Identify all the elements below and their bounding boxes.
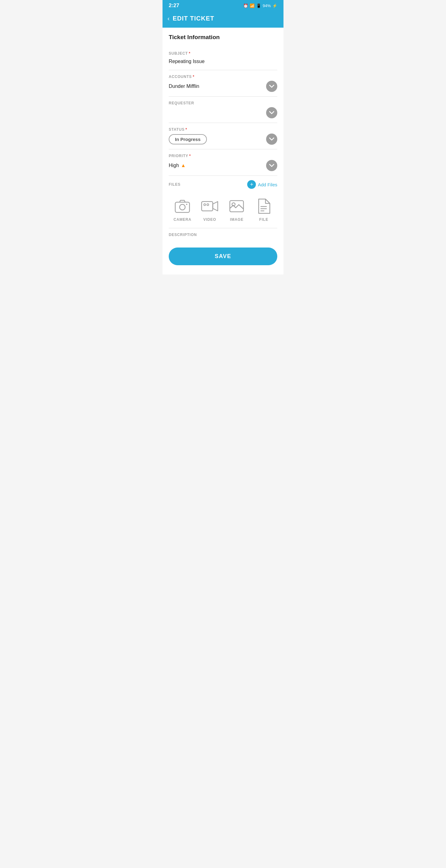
accounts-value: Dunder Mifflin [169, 82, 199, 90]
video-label: VIDEO [203, 217, 216, 222]
save-section: SAVE [163, 241, 283, 275]
battery-icon: ⚡ [272, 3, 277, 8]
priority-value: High [169, 161, 179, 169]
image-option[interactable]: IMAGE [228, 197, 245, 222]
requester-dropdown[interactable] [266, 107, 277, 118]
signal-icon: 📱 [256, 3, 261, 8]
accounts-required: * [193, 74, 194, 79]
header: ‹ EDIT TICKET [163, 11, 283, 28]
file-option[interactable]: FILE [255, 197, 272, 222]
priority-label: PRIORITY* [169, 154, 277, 158]
image-icon [228, 197, 245, 215]
description-label: DESCRIPTION [169, 232, 277, 237]
priority-dropdown[interactable] [266, 160, 277, 171]
status-badge[interactable]: In Progress [169, 134, 207, 145]
svg-rect-0 [175, 202, 190, 212]
phone-container: 2:27 ⏰ 📶 📱 94% ⚡ ‹ EDIT TICKET Ticket In… [163, 0, 283, 275]
requester-field: REQUESTER [169, 97, 277, 123]
priority-icon: ▲ [181, 163, 186, 168]
image-label: IMAGE [230, 217, 243, 222]
svg-rect-3 [202, 202, 213, 211]
files-section: FILES + Add Files [169, 176, 277, 228]
battery-percent: 94% [263, 3, 271, 8]
priority-row: High ▲ [169, 160, 277, 171]
video-icon [201, 197, 218, 215]
file-doc-icon [255, 197, 272, 215]
svg-point-2 [186, 204, 187, 205]
svg-point-4 [204, 204, 206, 206]
priority-required: * [189, 154, 191, 158]
status-label: STATUS* [169, 127, 277, 132]
svg-point-5 [207, 204, 209, 206]
subject-field: SUBJECT* Repeating Issue [169, 47, 277, 70]
status-required: * [185, 127, 187, 132]
section-title: Ticket Information [169, 34, 277, 41]
alarm-icon: ⏰ [243, 3, 248, 8]
description-section: DESCRIPTION [169, 228, 277, 241]
accounts-dropdown[interactable] [266, 81, 277, 92]
priority-value-row: High ▲ [169, 161, 186, 169]
wifi-icon: 📶 [250, 3, 254, 8]
accounts-label: ACCOUNTS* [169, 74, 277, 79]
svg-point-1 [180, 204, 185, 210]
files-label: FILES [169, 182, 180, 187]
camera-icon [174, 197, 191, 215]
camera-option[interactable]: CAMERA [174, 197, 192, 222]
subject-required: * [189, 51, 191, 56]
file-options: CAMERA VIDEO [169, 194, 277, 225]
subject-label: SUBJECT* [169, 51, 277, 56]
camera-label: CAMERA [174, 217, 192, 222]
status-time: 2:27 [169, 2, 179, 9]
header-title: EDIT TICKET [173, 15, 214, 22]
form-content: Ticket Information SUBJECT* Repeating Is… [163, 28, 283, 241]
status-icons: ⏰ 📶 📱 94% ⚡ [243, 3, 277, 8]
priority-field: PRIORITY* High ▲ [169, 149, 277, 176]
file-label: FILE [259, 217, 268, 222]
video-option[interactable]: VIDEO [201, 197, 218, 222]
add-files-text: Add Files [258, 182, 277, 187]
status-dropdown[interactable] [266, 133, 277, 145]
save-button[interactable]: SAVE [169, 248, 277, 265]
back-button[interactable]: ‹ [168, 15, 170, 22]
add-files-button[interactable]: + Add Files [247, 180, 277, 189]
accounts-field: ACCOUNTS* Dunder Mifflin [169, 70, 277, 97]
files-header: FILES + Add Files [169, 180, 277, 189]
status-field: STATUS* In Progress [169, 123, 277, 149]
requester-label: REQUESTER [169, 101, 277, 105]
subject-value[interactable]: Repeating Issue [169, 58, 277, 65]
add-files-icon: + [247, 180, 256, 189]
status-bar: 2:27 ⏰ 📶 📱 94% ⚡ [163, 0, 283, 11]
status-row: In Progress [169, 133, 277, 145]
requester-row [169, 107, 277, 118]
accounts-row: Dunder Mifflin [169, 81, 277, 92]
